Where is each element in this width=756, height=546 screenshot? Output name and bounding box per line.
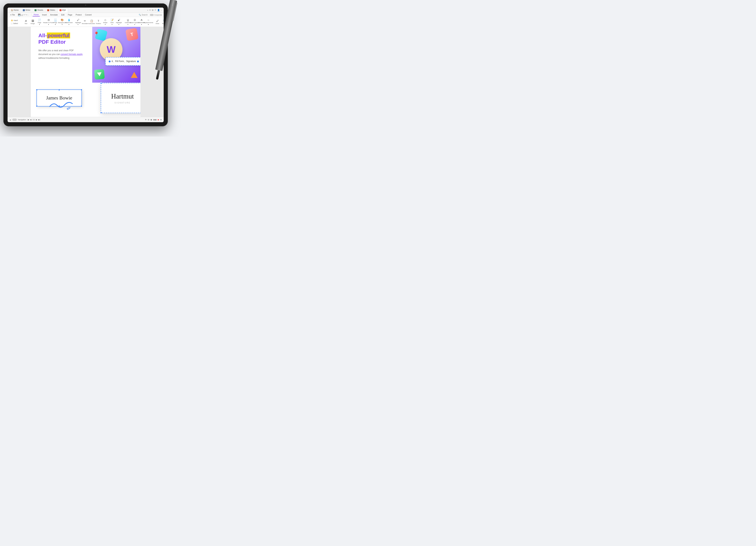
status-right: 👁 ⊞ ▣ ▣▣ ▶ ⊠ [145, 119, 162, 121]
nav-first-icon[interactable]: |◀ [27, 119, 29, 121]
insert-symbol-label: Insert Symbol [130, 22, 139, 23]
tab-pdf-label: PDF [62, 9, 66, 11]
image-button[interactable]: 🖼 Image [30, 19, 36, 25]
cooperate-label: Cooperate [154, 14, 162, 16]
more-icon[interactable]: ··· [28, 14, 29, 16]
document-page: T W [31, 27, 140, 117]
fit-width-icon[interactable]: ⊞ [148, 119, 149, 121]
tab-writer-label: Writer [26, 9, 30, 11]
highlight-button-1[interactable]: 🖊 Highlight ▾ [75, 18, 81, 26]
annotate-button[interactable]: ✏ Annotate [82, 19, 88, 25]
page-button-1[interactable]: 📄 Page ▾ [36, 18, 43, 26]
layout-icon[interactable]: ⊞ [152, 9, 153, 11]
highlight1-label: Highlight [75, 22, 81, 23]
navigation-label: Navigation [18, 119, 26, 121]
menu-convert[interactable]: Convert [84, 13, 93, 16]
tab-sheets-label: Sheets [37, 9, 43, 11]
sig-handle-bl [36, 105, 38, 107]
tab-sheets[interactable]: S Sheets [33, 8, 45, 13]
page-button-2[interactable]: 📃 Page ▾ [52, 18, 58, 26]
highlight2-icon: 🖌 [118, 19, 120, 21]
select-button[interactable]: ⬚ Select [10, 22, 19, 25]
shape-icon: ◇ [104, 19, 106, 21]
header-footer-button[interactable]: ⊟ Header & Footer ▾ [46, 18, 52, 26]
textbox-button[interactable]: T Textbox [95, 19, 101, 25]
note-button[interactable]: 📝 Note ▾ [109, 18, 115, 26]
insert-symbol-button[interactable]: Ω Insert Symbol ▾ [132, 18, 138, 26]
draw-button[interactable]: 🖊 Draw [154, 19, 160, 25]
doc-body: We offer you a neat and clean PDF docume… [38, 49, 84, 60]
menu-insert[interactable]: Insert [41, 13, 48, 16]
highlight-button-2[interactable]: 🖌 Highlight ▾ [116, 18, 122, 26]
menu-home[interactable]: Home [33, 13, 40, 16]
menu-edit[interactable]: Edit [60, 13, 66, 16]
replacements-icon: ↔ [147, 19, 150, 21]
dual-page-icon[interactable]: ▣▣ [153, 119, 157, 121]
menu-bar: ≡ File 💾 🖨 ↩ ↪ ··· Home Insert Annota [8, 13, 164, 17]
shape-button[interactable]: ◇ Shape ▾ [102, 18, 108, 26]
hand-button[interactable]: ✋ Hand [10, 19, 19, 22]
tab-writer[interactable]: W Writer [21, 8, 32, 13]
watermark-label: Watermark [65, 22, 73, 23]
sig-handle-br [81, 105, 82, 107]
instruction-label: Instruction [88, 23, 95, 24]
file-menu-label: ≡ File [10, 14, 15, 16]
note-icon: 📝 [111, 19, 114, 21]
nav-next-icon[interactable]: ▶ [36, 119, 37, 121]
toggle-switch[interactable] [150, 14, 154, 16]
page-info: 1/1 [33, 119, 35, 121]
page2-icon: 📃 [54, 19, 57, 21]
wps-w-letter: W [107, 44, 115, 55]
file-menu[interactable]: ≡ File [9, 13, 16, 16]
fill-form-text: it、Fill Form、Signature [112, 60, 136, 63]
replacements-button[interactable]: ↔ Replacements ▾ [145, 18, 151, 26]
watermark-button[interactable]: 💧 Watermark ▾ [66, 18, 72, 26]
tab-menu-icon[interactable]: ▾ [149, 9, 151, 11]
redo-icon[interactable]: ↪ [26, 14, 27, 16]
fill-form-card: it、Fill Form、Signature [105, 57, 140, 66]
menu-page[interactable]: Page [67, 13, 73, 16]
select-icon: ⬚ [11, 22, 13, 24]
page-icon: 📄 [38, 19, 41, 21]
menu-search[interactable]: 🔍 Search [139, 14, 148, 16]
text-button[interactable]: A Text [23, 19, 29, 25]
shape-pink: T [125, 28, 139, 41]
search-icon: 🔍 [139, 14, 141, 16]
expand-icon[interactable]: ⊠ [160, 119, 162, 121]
sig-handle-tl [36, 89, 38, 91]
view-icon[interactable]: 👁 [145, 119, 147, 121]
tab-slides[interactable]: P Slides [45, 8, 57, 13]
tab-pdf[interactable]: P PDF [57, 8, 68, 13]
annotate-icon: ✏ [84, 19, 86, 22]
tab-home[interactable]: 🏠 Home [9, 8, 21, 13]
grid-icon[interactable]: ⠿ [155, 9, 156, 11]
sig-handle-tc [58, 89, 60, 91]
youtube-icon[interactable]: ▶ [158, 119, 159, 121]
single-page-icon[interactable]: ▣ [150, 119, 152, 121]
nav-prev-icon[interactable]: ◀ [30, 119, 31, 121]
instruction-button[interactable]: 📋 Instruction [89, 19, 95, 25]
user-icon[interactable]: 👤 [157, 9, 160, 11]
minimize-button[interactable]: − [161, 9, 162, 11]
add-tab-button[interactable]: + [147, 9, 148, 11]
status-bar: ☁ Navigation |◀ ◀ 1/1 ▶ ▶| 👁 ⊞ ▣ ▣▣ ▶ ⊠ [8, 117, 164, 122]
hand-icon: ✋ [11, 19, 13, 21]
menu-protect[interactable]: Protect [74, 13, 83, 16]
print-icon[interactable]: 🖨 [21, 14, 23, 16]
draw-icon: 🖊 [156, 19, 159, 22]
insert-symbol-icon: Ω [134, 19, 136, 21]
save-icon[interactable]: 💾 [18, 14, 21, 16]
annex-button[interactable]: 📎 Annex [161, 19, 164, 25]
navigation-toggle[interactable] [12, 119, 17, 121]
nav-last-icon[interactable]: ▶| [38, 119, 40, 121]
image-label: Image [31, 23, 35, 24]
undo-icon[interactable]: ↩ [23, 14, 25, 16]
background-button[interactable]: 🎨 Background ▾ [59, 18, 65, 26]
menu-annotate[interactable]: Annotate [49, 13, 59, 16]
cooperate-toggle[interactable]: Cooperate [150, 14, 162, 16]
shape-green [94, 69, 105, 80]
background-label: Background [58, 22, 66, 23]
page2-label: Page [54, 22, 57, 23]
select-label: Select [13, 22, 18, 24]
menu-home-label: Home [34, 14, 39, 16]
